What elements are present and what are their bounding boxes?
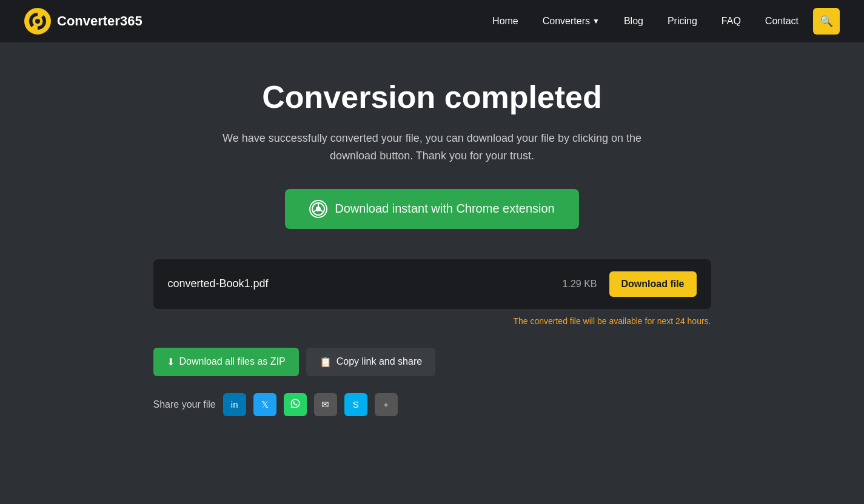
svg-point-3 <box>316 207 321 211</box>
share-whatsapp-button[interactable] <box>284 393 307 416</box>
chevron-down-icon: ▼ <box>592 17 600 25</box>
email-icon: ✉ <box>321 399 329 410</box>
svg-line-5 <box>321 210 324 212</box>
linkedin-icon: in <box>231 399 238 409</box>
file-name: converted-Book1.pdf <box>168 277 269 290</box>
copy-btn-label: Copy link and share <box>337 356 422 367</box>
svg-point-1 <box>35 19 40 24</box>
nav-links: Home Converters ▼ Blog Pricing FAQ Conta… <box>483 8 840 35</box>
chrome-ext-label: Download instant with Chrome extension <box>335 202 554 216</box>
nav-contact[interactable]: Contact <box>755 11 808 31</box>
share-linkedin-button[interactable]: in <box>223 393 246 416</box>
zip-btn-label: Download all files as ZIP <box>179 356 286 367</box>
more-icon: + <box>383 399 389 409</box>
copy-icon: 📋 <box>320 356 332 368</box>
brand-logo[interactable]: Converter365 <box>24 8 142 35</box>
main-content: Conversion completed We have successfull… <box>129 42 735 440</box>
logo-icon <box>24 8 51 35</box>
download-file-button[interactable]: Download file <box>609 271 697 297</box>
share-label: Share your file <box>153 399 216 410</box>
svg-line-6 <box>313 210 316 212</box>
share-twitter-button[interactable]: 𝕏 <box>253 393 276 416</box>
nav-blog[interactable]: Blog <box>614 11 653 31</box>
download-icon: ⬇ <box>167 356 175 368</box>
search-button[interactable]: 🔍 <box>813 8 840 35</box>
navbar: Converter365 Home Converters ▼ Blog Pric… <box>0 0 864 42</box>
brand-name: Converter365 <box>57 13 142 29</box>
chrome-icon <box>309 200 327 218</box>
nav-converters[interactable]: Converters ▼ <box>533 11 609 31</box>
share-email-button[interactable]: ✉ <box>314 393 337 416</box>
page-title: Conversion completed <box>153 79 711 115</box>
share-more-button[interactable]: + <box>375 393 398 416</box>
file-row: converted-Book1.pdf 1.29 KB Download fil… <box>153 259 711 309</box>
availability-note: The converted file will be available for… <box>153 316 711 326</box>
copy-link-button[interactable]: 📋 Copy link and share <box>306 348 435 376</box>
share-skype-button[interactable]: S <box>344 393 367 416</box>
share-row: Share your file in 𝕏 ✉ S + <box>153 393 711 416</box>
nav-faq[interactable]: FAQ <box>712 11 751 31</box>
file-right: 1.29 KB Download file <box>563 271 697 297</box>
file-size: 1.29 KB <box>563 279 597 290</box>
twitter-icon: 𝕏 <box>261 399 269 410</box>
nav-home[interactable]: Home <box>483 11 528 31</box>
search-icon: 🔍 <box>820 15 833 28</box>
page-subtitle: We have successfully converted your file… <box>202 130 663 165</box>
skype-icon: S <box>353 399 359 409</box>
whatsapp-icon <box>290 398 301 411</box>
bottom-actions: ⬇ Download all files as ZIP 📋 Copy link … <box>153 348 711 376</box>
download-zip-button[interactable]: ⬇ Download all files as ZIP <box>153 348 299 376</box>
nav-pricing[interactable]: Pricing <box>658 11 707 31</box>
chrome-extension-button[interactable]: Download instant with Chrome extension <box>285 189 578 229</box>
